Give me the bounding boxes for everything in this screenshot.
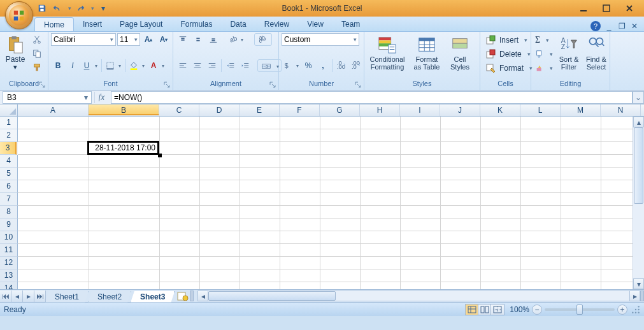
- column-header[interactable]: A: [18, 104, 89, 116]
- alignment-dialog-launcher[interactable]: [269, 81, 277, 89]
- minimize-button[interactable]: [575, 3, 592, 14]
- row-header[interactable]: 7: [0, 193, 18, 206]
- grow-font-button[interactable]: A▴: [141, 33, 155, 46]
- zoom-slider-thumb[interactable]: [576, 305, 583, 315]
- resize-grip[interactable]: [631, 305, 640, 314]
- column-header[interactable]: M: [561, 104, 601, 116]
- name-box-dropdown[interactable]: ▾: [81, 93, 91, 102]
- scroll-left-button[interactable]: ◂: [197, 291, 208, 301]
- zoom-level[interactable]: 100%: [510, 305, 529, 314]
- sheet-tab[interactable]: Sheet2: [88, 291, 131, 303]
- row-header[interactable]: 9: [0, 219, 18, 231]
- formula-input[interactable]: =NOW(): [111, 91, 633, 104]
- format-as-table-button[interactable]: Format as Table: [410, 33, 444, 76]
- font-color-button[interactable]: A: [147, 59, 160, 72]
- align-bottom-button[interactable]: [206, 33, 220, 46]
- align-right-button[interactable]: [205, 59, 219, 72]
- sheet-nav-prev[interactable]: ◂: [11, 291, 23, 302]
- tab-formulas[interactable]: Formulas: [171, 17, 221, 31]
- page-layout-view-button[interactable]: [478, 305, 491, 315]
- decrease-indent-button[interactable]: [224, 59, 238, 72]
- row-header[interactable]: 12: [0, 257, 18, 269]
- autosum-button[interactable]: Σ▾: [534, 33, 554, 47]
- cells-area[interactable]: 28-11-2018 17:00: [18, 117, 644, 289]
- column-header[interactable]: L: [520, 104, 561, 116]
- column-header[interactable]: H: [360, 104, 400, 116]
- row-header[interactable]: 10: [0, 231, 18, 244]
- comma-style-button[interactable]: ,: [316, 59, 330, 72]
- accounting-format-dropdown[interactable]: ▾: [294, 59, 301, 72]
- align-left-button[interactable]: [176, 59, 190, 72]
- qat-customize[interactable]: ▾: [97, 3, 110, 14]
- scroll-down-button[interactable]: ▾: [633, 278, 644, 289]
- sheet-nav-next[interactable]: ▸: [23, 291, 34, 302]
- row-header[interactable]: 2: [0, 129, 18, 142]
- insert-function-button[interactable]: fx: [94, 92, 108, 103]
- copy-button[interactable]: [30, 47, 44, 60]
- zoom-in-button[interactable]: +: [617, 305, 627, 315]
- help-button[interactable]: ?: [590, 21, 601, 31]
- row-header[interactable]: 8: [0, 206, 18, 219]
- increase-indent-button[interactable]: [238, 59, 252, 72]
- sheet-tab[interactable]: Sheet1: [45, 291, 89, 303]
- sheet-nav-last[interactable]: ⏭: [34, 291, 46, 302]
- row-header[interactable]: 3: [0, 142, 17, 155]
- sheet-nav-first[interactable]: ⏮: [0, 291, 11, 302]
- column-header[interactable]: K: [480, 104, 520, 116]
- paste-button[interactable]: Paste▾: [3, 33, 28, 76]
- tab-splitter[interactable]: [190, 291, 194, 301]
- tab-data[interactable]: Data: [221, 17, 255, 31]
- office-button[interactable]: [5, 1, 33, 29]
- merge-center-button[interactable]: a: [258, 60, 275, 73]
- borders-dropdown[interactable]: ▾: [117, 59, 123, 72]
- redo-button[interactable]: [74, 3, 87, 14]
- save-button[interactable]: [36, 3, 48, 14]
- close-button[interactable]: [621, 3, 638, 14]
- shrink-font-button[interactable]: A▾: [157, 33, 171, 46]
- orientation-dropdown[interactable]: ▾: [239, 33, 245, 46]
- percent-style-button[interactable]: %: [301, 59, 315, 72]
- delete-cells-button[interactable]: Delete▾: [483, 47, 533, 61]
- tab-home[interactable]: Home: [34, 17, 74, 31]
- number-dialog-launcher[interactable]: [355, 81, 362, 89]
- horizontal-scroll-thumb[interactable]: [208, 291, 336, 301]
- selected-cell[interactable]: 28-11-2018 17:00: [87, 141, 159, 155]
- align-middle-button[interactable]: [191, 33, 205, 46]
- minimize-doc-button[interactable]: _: [605, 22, 613, 31]
- row-header[interactable]: 4: [0, 155, 18, 168]
- new-sheet-button[interactable]: [176, 291, 190, 301]
- name-box[interactable]: B3 ▾: [3, 91, 92, 104]
- format-painter-button[interactable]: [30, 61, 44, 74]
- column-header[interactable]: G: [320, 104, 360, 116]
- conditional-formatting-button[interactable]: Conditional Formatting: [367, 33, 408, 76]
- font-name-selector[interactable]: Calibri▾: [51, 33, 116, 46]
- row-header[interactable]: 5: [0, 168, 18, 180]
- cell-styles-button[interactable]: Cell Styles: [446, 33, 474, 76]
- tab-page-layout[interactable]: Page Layout: [111, 17, 171, 31]
- horizontal-scrollbar[interactable]: ◂ ▸: [197, 291, 640, 301]
- insert-cells-button[interactable]: Insert▾: [483, 33, 530, 47]
- find-select-button[interactable]: Find & Select: [583, 33, 609, 76]
- orientation-button[interactable]: ab: [226, 33, 239, 46]
- cut-button[interactable]: [30, 33, 44, 46]
- column-header[interactable]: N: [601, 104, 641, 116]
- borders-button[interactable]: [104, 59, 117, 72]
- sort-filter-button[interactable]: AZ Sort & Filter: [556, 33, 582, 76]
- tab-insert[interactable]: Insert: [74, 17, 111, 31]
- column-header[interactable]: E: [240, 104, 280, 116]
- font-size-selector[interactable]: 11▾: [117, 33, 140, 46]
- hscroll-splitter[interactable]: [640, 291, 644, 301]
- row-header[interactable]: 6: [0, 180, 18, 193]
- wrap-text-button[interactable]: abc: [255, 34, 271, 47]
- bold-button[interactable]: B: [51, 59, 65, 72]
- fill-color-dropdown[interactable]: ▾: [140, 59, 147, 72]
- normal-view-button[interactable]: [466, 305, 478, 315]
- column-header[interactable]: I: [400, 104, 440, 116]
- column-header[interactable]: C: [159, 104, 199, 116]
- row-header[interactable]: 14: [0, 282, 18, 289]
- clipboard-dialog-launcher[interactable]: [39, 81, 47, 89]
- page-break-view-button[interactable]: [491, 305, 504, 315]
- vertical-scroll-thumb[interactable]: [634, 127, 643, 204]
- column-header[interactable]: D: [199, 104, 240, 116]
- underline-button[interactable]: U: [80, 59, 93, 72]
